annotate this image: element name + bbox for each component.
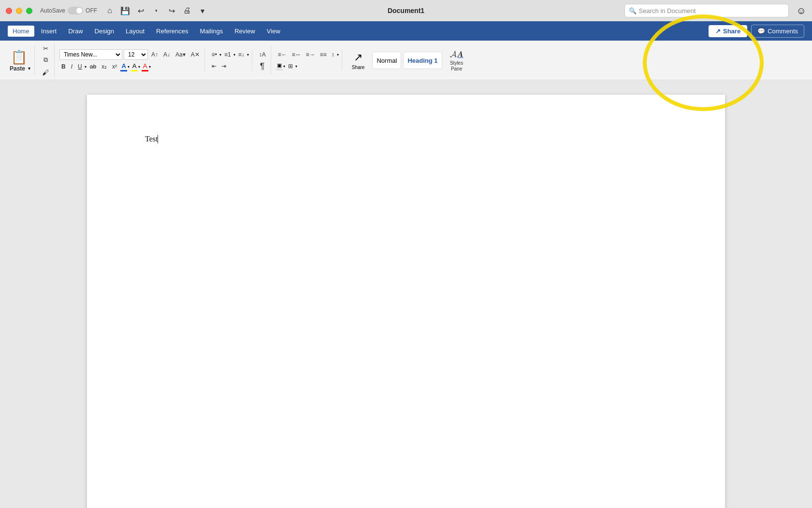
home-icon[interactable]: ⌂ — [105, 6, 115, 15]
menu-item-home[interactable]: Home — [8, 26, 34, 37]
text-color-dropdown[interactable]: ▾ — [149, 65, 151, 69]
highlight-button[interactable]: A — [131, 62, 138, 71]
menu-item-review[interactable]: Review — [230, 26, 260, 37]
redo-icon[interactable]: ↪ — [167, 6, 176, 15]
close-button[interactable] — [6, 8, 12, 14]
font-family-select[interactable]: Times New... — [59, 49, 122, 60]
styles-gallery: Normal Heading 1 — [372, 52, 442, 69]
share-button[interactable]: ↗ Share — [709, 25, 747, 37]
document-content[interactable]: Test — [145, 133, 667, 145]
more-icon[interactable]: ▾ — [198, 6, 207, 15]
undo-icon[interactable]: ↩ — [136, 6, 145, 15]
cut-button[interactable]: ✂ — [40, 43, 51, 54]
save-icon[interactable]: 💾 — [120, 6, 130, 15]
font-color-button[interactable]: A — [120, 62, 127, 71]
line-spacing-button[interactable]: ↕ — [330, 50, 336, 59]
highlight-dropdown[interactable]: ▾ — [138, 65, 140, 69]
styles-pane-button[interactable]: 𝓐 𝑨 StylesPane — [446, 47, 467, 74]
number-list-dropdown[interactable]: ▾ — [233, 53, 235, 57]
document-area[interactable]: Test — [0, 80, 812, 508]
menu-item-layout[interactable]: Layout — [121, 26, 149, 37]
underline-button[interactable]: U — [76, 62, 84, 71]
font-row-2: B I U ▾ ab x₂ x² A ▾ A — [59, 62, 202, 71]
format-painter-button[interactable]: 🖌 — [40, 67, 51, 78]
font-color-dropdown[interactable]: ▾ — [128, 65, 130, 69]
change-case-button[interactable]: Aa▾ — [174, 50, 188, 59]
font-color-group: A ▾ — [120, 62, 130, 71]
clear-formatting-button[interactable]: A✕ — [189, 50, 202, 59]
font-size-select[interactable]: 12 — [124, 49, 148, 60]
shading-dropdown[interactable]: ▾ — [283, 64, 285, 69]
borders-button[interactable]: ⊞ — [286, 61, 295, 71]
align-left-button[interactable]: ≡← — [276, 50, 289, 59]
strikethrough-button[interactable]: ab — [88, 62, 98, 71]
copy-button[interactable]: ⧉ — [40, 55, 51, 65]
menu-item-view[interactable]: View — [262, 26, 285, 37]
autosave-label: AutoSave — [40, 7, 65, 14]
menu-item-design[interactable]: Design — [90, 26, 119, 37]
underline-dropdown[interactable]: ▾ — [85, 65, 87, 69]
list-group: ≡• ▾ ≡1 ▾ ≡↓ ▾ ⇤ ⇥ — [207, 50, 252, 71]
undo-dropdown-icon[interactable]: ▾ — [151, 6, 161, 15]
decrease-indent-button[interactable]: ⇤ — [210, 61, 218, 71]
align-justify-button[interactable]: ≡≡ — [318, 50, 329, 59]
autosave-toggle-knob — [76, 8, 82, 14]
menu-item-draw[interactable]: Draw — [63, 26, 87, 37]
multilevel-list-dropdown[interactable]: ▾ — [247, 53, 249, 57]
style-normal[interactable]: Normal — [372, 52, 401, 69]
style-heading1[interactable]: Heading 1 — [403, 52, 442, 69]
minimize-button[interactable] — [16, 8, 22, 14]
subscript-button[interactable]: x₂ — [100, 62, 109, 71]
paste-btn-row: Paste ▾ — [8, 65, 30, 72]
number-list-group: ≡1 ▾ — [222, 50, 235, 59]
autosave-toggle[interactable] — [68, 7, 83, 14]
line-spacing-group: ↕ ▾ — [330, 50, 339, 59]
menu-item-mailings[interactable]: Mailings — [195, 26, 228, 37]
superscript-button[interactable]: x² — [110, 62, 119, 71]
increase-indent-button[interactable]: ⇥ — [219, 61, 228, 71]
menu-bar-right: ↗ Share 💬 Comments — [709, 25, 804, 38]
comments-button[interactable]: 💬 Comments — [751, 25, 804, 38]
print-icon[interactable]: 🖨 — [182, 6, 192, 15]
font-shrink-button[interactable]: A↓ — [161, 50, 172, 59]
borders-dropdown[interactable]: ▾ — [295, 64, 297, 69]
align-group: ≡← ≡↔ ≡→ ≡≡ ↕ ▾ ▣ ▾ ⊞ — [273, 50, 342, 71]
line-spacing-dropdown[interactable]: ▾ — [337, 53, 339, 57]
number-list-button[interactable]: ≡1 — [222, 50, 233, 59]
font-group: Times New... 12 A↑ A↓ Aa▾ A✕ B I U ▾ ab … — [57, 49, 205, 71]
paste-dropdown-icon[interactable]: ▾ — [28, 66, 30, 71]
menu-item-references[interactable]: References — [151, 26, 193, 37]
share-label: Share — [723, 28, 740, 35]
traffic-lights — [6, 8, 32, 14]
align-row-1: ≡← ≡↔ ≡→ ≡≡ ↕ ▾ — [276, 50, 339, 59]
comments-label: Comments — [768, 28, 798, 35]
paste-button[interactable]: Paste — [8, 65, 27, 72]
bold-button[interactable]: B — [59, 62, 68, 71]
text-color-group: A ▾ — [142, 62, 151, 71]
search-bar[interactable]: 🔍 Search in Document — [624, 4, 789, 17]
italic-button[interactable]: I — [69, 62, 74, 71]
ribbon: Home Insert Draw Design Layout Reference… — [0, 21, 812, 80]
title-bar: AutoSave OFF ⌂ 💾 ↩ ▾ ↪ 🖨 ▾ Document1 🔍 S… — [0, 0, 812, 21]
bullet-list-button[interactable]: ≡• — [210, 50, 219, 59]
document-text: Test — [145, 133, 158, 145]
document-title: Document1 — [388, 7, 424, 14]
smiley-icon[interactable]: ☺ — [797, 5, 806, 16]
document-page[interactable]: Test — [87, 95, 725, 508]
shading-button[interactable]: ▣ — [276, 62, 283, 71]
bullet-list-dropdown[interactable]: ▾ — [219, 53, 221, 57]
sort-group: ↕A ¶ — [254, 46, 271, 75]
menu-item-insert[interactable]: Insert — [36, 26, 62, 37]
align-right-button[interactable]: ≡→ — [304, 50, 317, 59]
styles-area: ↗ Share Normal Heading 1 𝓐 𝑨 StylesPane — [344, 47, 471, 74]
maximize-button[interactable] — [26, 8, 32, 14]
paragraph-mark-button[interactable]: ¶ — [258, 61, 267, 71]
align-center-button[interactable]: ≡↔ — [290, 50, 303, 59]
sort-button[interactable]: ↕A — [257, 50, 268, 59]
underline-group: U ▾ — [76, 62, 87, 71]
text-color-button[interactable]: A — [142, 62, 148, 71]
bullet-list-group: ≡• ▾ — [210, 50, 221, 59]
font-grow-button[interactable]: A↑ — [149, 50, 160, 59]
toolbar-share-button[interactable]: ↗ Share — [348, 49, 369, 72]
multilevel-list-button[interactable]: ≡↓ — [236, 50, 246, 59]
